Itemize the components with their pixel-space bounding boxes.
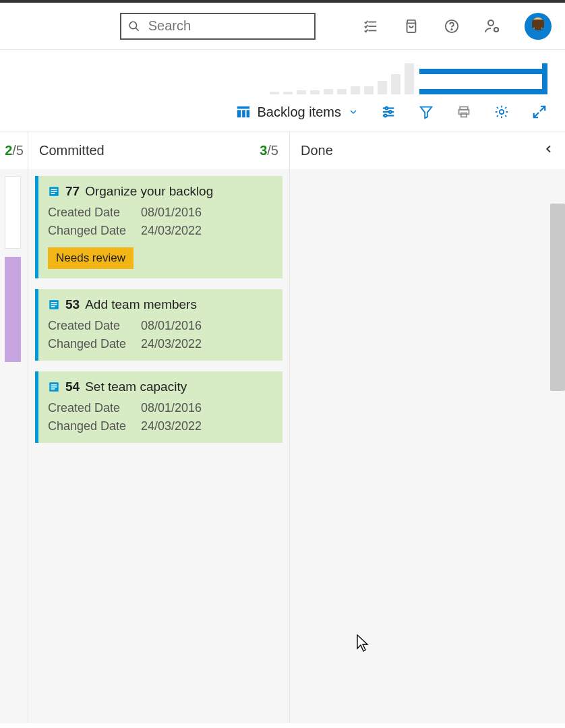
svg-rect-10 <box>237 110 241 117</box>
search-input[interactable] <box>148 18 307 34</box>
svg-line-1 <box>136 28 138 30</box>
vertical-scrollbar[interactable] <box>550 204 565 391</box>
svg-point-7 <box>488 20 494 26</box>
view-picker[interactable]: Backlog items <box>236 104 359 120</box>
search-icon <box>128 20 140 33</box>
top-bar <box>0 0 565 50</box>
help-icon[interactable] <box>444 18 460 34</box>
column-previous-header: 2/5 <box>0 131 28 169</box>
avatar[interactable] <box>525 13 552 40</box>
board-icon <box>236 104 251 119</box>
card-title-text: Organize your backlog <box>85 184 213 199</box>
work-items-icon[interactable] <box>363 18 379 34</box>
card-field: Changed Date24/03/2022 <box>48 337 273 351</box>
column-committed: Committed 3/5 77 Organize your backlog C… <box>28 131 290 723</box>
column-committed-body[interactable]: 77 Organize your backlog Created Date08/… <box>28 169 289 723</box>
collapse-column-icon[interactable] <box>543 144 554 157</box>
svg-point-6 <box>451 28 452 29</box>
svg-point-18 <box>384 115 387 117</box>
chevron-down-icon <box>348 107 359 117</box>
work-item-card[interactable]: 54 Set team capacity Created Date08/01/2… <box>35 371 282 443</box>
card-tag[interactable]: Needs review <box>48 247 133 269</box>
svg-point-8 <box>494 28 498 32</box>
svg-rect-31 <box>51 302 57 303</box>
card-id: 77 <box>65 184 80 199</box>
chart-strip <box>0 50 565 97</box>
column-done-title: Done <box>301 143 333 158</box>
card-id: 53 <box>65 297 80 312</box>
view-picker-label: Backlog items <box>258 104 342 120</box>
svg-rect-12 <box>246 110 249 117</box>
pbi-icon <box>48 299 60 311</box>
card-id: 54 <box>65 380 80 394</box>
column-previous-fragment: 2/5 <box>0 131 28 723</box>
svg-point-0 <box>129 22 136 28</box>
bar-sparkline <box>270 63 414 94</box>
search-box[interactable] <box>120 13 316 40</box>
column-done-body[interactable] <box>290 169 565 723</box>
column-committed-count: 3/5 <box>260 143 278 158</box>
card-fragment[interactable] <box>5 176 21 249</box>
svg-rect-33 <box>51 306 55 307</box>
svg-rect-27 <box>51 189 57 190</box>
user-settings-icon[interactable] <box>484 18 500 34</box>
top-icons <box>363 13 552 40</box>
card-field: Changed Date24/03/2022 <box>48 419 273 433</box>
svg-rect-29 <box>51 193 55 194</box>
svg-point-14 <box>385 107 388 110</box>
card-field: Created Date08/01/2016 <box>48 401 273 415</box>
svg-point-23 <box>500 110 504 114</box>
card-field: Changed Date24/03/2022 <box>48 224 273 238</box>
column-previous-count: 2/5 <box>5 143 24 158</box>
svg-marker-19 <box>421 107 432 119</box>
burndown-sparkline[interactable] <box>419 63 547 94</box>
svg-rect-37 <box>51 388 55 390</box>
column-done-header: Done <box>290 131 565 169</box>
work-item-card[interactable]: 53 Add team members Created Date08/01/20… <box>35 289 282 361</box>
work-item-card[interactable]: 77 Organize your backlog Created Date08/… <box>35 176 282 278</box>
svg-rect-36 <box>51 386 57 388</box>
pbi-icon <box>48 185 60 198</box>
svg-rect-9 <box>237 107 249 109</box>
pbi-icon <box>48 381 60 393</box>
column-committed-header: Committed 3/5 <box>28 131 289 169</box>
fullscreen-icon[interactable] <box>531 104 547 120</box>
settings-sliders-icon[interactable] <box>380 104 396 120</box>
card-field: Created Date08/01/2016 <box>48 319 273 333</box>
print-icon[interactable] <box>456 104 472 120</box>
card-fragment-purple[interactable] <box>5 257 21 362</box>
svg-rect-35 <box>51 384 57 386</box>
svg-point-16 <box>389 111 392 113</box>
svg-rect-28 <box>51 191 57 192</box>
column-committed-title: Committed <box>39 143 105 158</box>
column-done: Done <box>290 131 565 723</box>
card-field: Created Date08/01/2016 <box>48 206 273 220</box>
filter-icon[interactable] <box>418 104 434 120</box>
svg-rect-32 <box>51 304 57 305</box>
card-title-text: Add team members <box>85 297 197 312</box>
kanban-board: 2/5 Committed 3/5 77 Organize your backl… <box>0 131 565 723</box>
marketplace-icon[interactable] <box>403 18 419 34</box>
card-title-text: Set team capacity <box>85 380 187 394</box>
board-toolbar: Backlog items <box>0 97 565 131</box>
card-title: 77 Organize your backlog <box>48 184 273 199</box>
svg-rect-11 <box>242 110 245 117</box>
gear-icon[interactable] <box>494 104 510 120</box>
card-title: 53 Add team members <box>48 297 273 312</box>
card-title: 54 Set team capacity <box>48 380 273 394</box>
